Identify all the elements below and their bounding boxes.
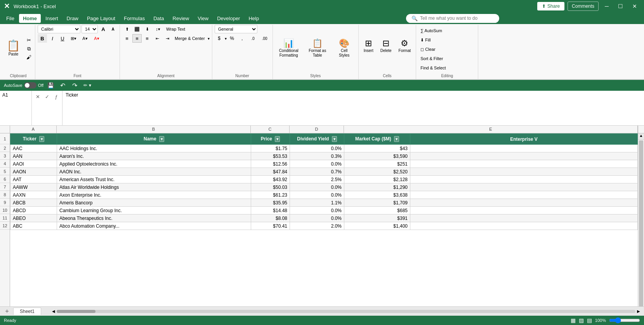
view-page-layout-button[interactable]: ▨ [579, 317, 584, 323]
cell-name[interactable]: Atlas Air Worldwide Holdings [57, 183, 251, 191]
cell-ticker[interactable]: ABCB [10, 199, 57, 207]
zoom-slider[interactable] [609, 317, 640, 323]
number-format-select[interactable]: General [215, 25, 257, 33]
horizontal-scroll-thumb[interactable] [57, 310, 95, 313]
cell-market-cap[interactable]: $2,520 [344, 168, 410, 176]
cell-div-yield[interactable]: 0.0% [290, 191, 344, 199]
font-shrink-button[interactable]: A [109, 25, 117, 33]
format-painter-button[interactable]: 🖌 [24, 53, 33, 61]
menu-file[interactable]: File [2, 14, 18, 23]
col-header-e[interactable]: E [344, 126, 638, 133]
comments-button[interactable]: Comments [568, 2, 599, 11]
menu-developer[interactable]: Developer [213, 14, 244, 23]
cell-div-yield[interactable]: 1.1% [290, 199, 344, 207]
cell-name[interactable]: Cambium Learning Group Inc. [57, 207, 251, 214]
market-cap-filter-icon[interactable]: ▾ [394, 136, 399, 142]
scroll-up-button[interactable]: ▲ [638, 133, 644, 140]
font-family-select[interactable]: Calibri [38, 25, 80, 33]
row-num-11[interactable]: 11 [0, 214, 10, 222]
cell-market-cap[interactable]: $2,128 [344, 176, 410, 183]
row-num-6[interactable]: 6 [0, 175, 10, 183]
align-center-button[interactable]: ≡ [132, 34, 142, 43]
cell-ticker[interactable]: ABEO [10, 214, 57, 222]
cell-div-yield[interactable]: 0.0% [290, 207, 344, 214]
cell-ticker[interactable]: ABC [10, 222, 57, 230]
header-name[interactable]: Name ▾ [57, 134, 251, 145]
align-left-button[interactable]: ≡ [122, 34, 132, 43]
cell-div-yield[interactable]: 0.3% [290, 152, 344, 160]
fill-color-button[interactable]: A▾ [80, 34, 90, 43]
menu-home[interactable]: Home [19, 14, 41, 23]
align-middle-button[interactable]: ⬛ [132, 25, 142, 33]
name-box[interactable] [2, 92, 30, 98]
decimal-decrease-button[interactable]: .00 [259, 34, 270, 43]
align-bottom-button[interactable]: ⬇ [142, 25, 152, 33]
currency-dropdown[interactable]: ▾ [225, 36, 227, 41]
menu-review[interactable]: Review [169, 14, 193, 23]
bold-button[interactable]: B [38, 34, 47, 43]
text-direction-button[interactable]: ↕▾ [153, 25, 163, 33]
font-size-select[interactable]: 14 [82, 25, 98, 33]
cell-price[interactable]: $53.53 [251, 152, 290, 160]
sheet-tab-sheet1[interactable]: Sheet1 [13, 308, 41, 315]
view-normal-button[interactable]: ▦ [571, 317, 576, 323]
font-grow-button[interactable]: A [99, 25, 108, 33]
cell-price[interactable]: $61.23 [251, 191, 290, 199]
cell-price[interactable]: $12.56 [251, 160, 290, 168]
cell-styles-button[interactable]: 🎨 Cell Styles [333, 36, 356, 61]
cell-market-cap[interactable]: $1,709 [344, 199, 410, 207]
row-num-7[interactable]: 7 [0, 183, 10, 191]
col-header-a[interactable]: A [10, 126, 57, 133]
cell-ticker[interactable]: AAOI [10, 160, 57, 168]
col-header-b[interactable]: B [57, 126, 251, 133]
menu-help[interactable]: Help [245, 14, 263, 23]
cell-name[interactable]: Aaron's Inc. [57, 152, 251, 160]
header-market-cap[interactable]: Market Cap ($M) ▾ [344, 134, 410, 145]
vertical-scrollbar[interactable]: ▲ ▼ [638, 133, 644, 325]
cell-price[interactable]: $70.41 [251, 222, 290, 230]
search-input[interactable] [420, 16, 490, 21]
undo-button[interactable]: ↶ [58, 81, 68, 90]
cell-ticker[interactable]: AAON [10, 168, 57, 176]
currency-button[interactable]: $ [215, 34, 224, 43]
autosave-toggle[interactable]: AutoSave Off [4, 82, 43, 88]
save-button[interactable]: 💾 [46, 81, 56, 89]
italic-button[interactable]: I [48, 34, 57, 43]
menu-draw[interactable]: Draw [63, 14, 82, 23]
header-price[interactable]: Price ▾ [251, 134, 290, 145]
cell-name[interactable]: AAC Holdings Inc. [57, 145, 251, 152]
add-sheet-button[interactable]: ＋ [2, 307, 12, 315]
cell-price[interactable]: $35.95 [251, 199, 290, 207]
underline-button[interactable]: U [58, 34, 67, 43]
cell-market-cap[interactable]: $685 [344, 207, 410, 214]
cell-ticker[interactable]: AAC [10, 145, 57, 152]
cell-ticker[interactable]: AAN [10, 152, 57, 160]
view-page-break-button[interactable]: ▤ [587, 317, 592, 323]
cell-ticker[interactable]: AAWW [10, 183, 57, 191]
cell-market-cap[interactable]: $3,590 [344, 152, 410, 160]
cell-enterprise[interactable] [410, 214, 638, 222]
cell-market-cap[interactable]: $251 [344, 160, 410, 168]
cell-ticker[interactable]: ABCD [10, 207, 57, 214]
cell-market-cap[interactable]: $43 [344, 145, 410, 152]
cell-market-cap[interactable]: $391 [344, 214, 410, 222]
decimal-increase-button[interactable]: .0 [248, 34, 259, 43]
cell-price[interactable]: $47.84 [251, 168, 290, 176]
comma-button[interactable]: , [238, 34, 247, 43]
row-num-4[interactable]: 4 [0, 160, 10, 168]
cell-market-cap[interactable]: $1,290 [344, 183, 410, 191]
name-filter-icon[interactable]: ▾ [159, 136, 164, 142]
minimize-button[interactable]: ─ [602, 2, 612, 10]
align-top-button[interactable]: ⬆ [122, 25, 132, 33]
cell-name[interactable]: Applied Optoelectronics Inc. [57, 160, 251, 168]
delete-cells-button[interactable]: ⊟ Delete [378, 36, 394, 61]
merge-center-button[interactable]: Merge & Center [173, 34, 207, 43]
insert-cells-button[interactable]: ⊞ Insert [361, 36, 376, 61]
cell-ticker[interactable]: AAT [10, 176, 57, 183]
cell-market-cap[interactable]: $3,638 [344, 191, 410, 199]
cell-price[interactable]: $14.48 [251, 207, 290, 214]
cell-price[interactable]: $50.03 [251, 183, 290, 191]
cancel-formula-button[interactable]: ✕ [33, 92, 42, 101]
menu-insert[interactable]: Insert [42, 14, 62, 23]
row-num-12[interactable]: 12 [0, 222, 10, 230]
